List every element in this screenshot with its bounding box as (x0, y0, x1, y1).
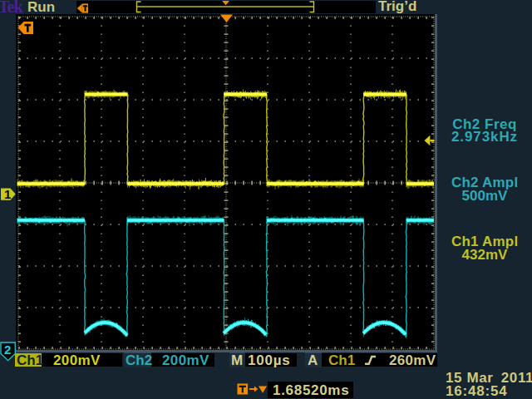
svg-text:1: 1 (4, 187, 11, 201)
svg-text:2: 2 (4, 342, 11, 357)
